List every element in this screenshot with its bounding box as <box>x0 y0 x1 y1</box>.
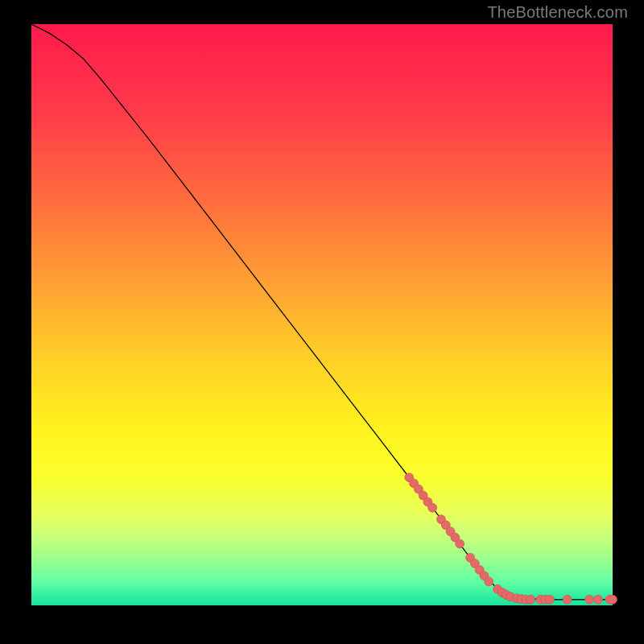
chart-frame: TheBottleneck.com <box>0 0 644 644</box>
performance-curve <box>31 24 613 600</box>
plot-area <box>31 24 613 605</box>
data-marker <box>526 595 535 604</box>
chart-svg <box>31 24 613 605</box>
data-marker <box>585 595 594 604</box>
data-marker <box>609 595 617 604</box>
data-marker <box>456 539 464 548</box>
data-marker <box>546 595 555 604</box>
data-marker <box>428 503 437 512</box>
data-marker <box>485 577 493 586</box>
data-marker <box>593 595 602 604</box>
data-marker <box>563 595 572 604</box>
attribution-label: TheBottleneck.com <box>487 3 628 22</box>
data-markers <box>405 473 617 605</box>
